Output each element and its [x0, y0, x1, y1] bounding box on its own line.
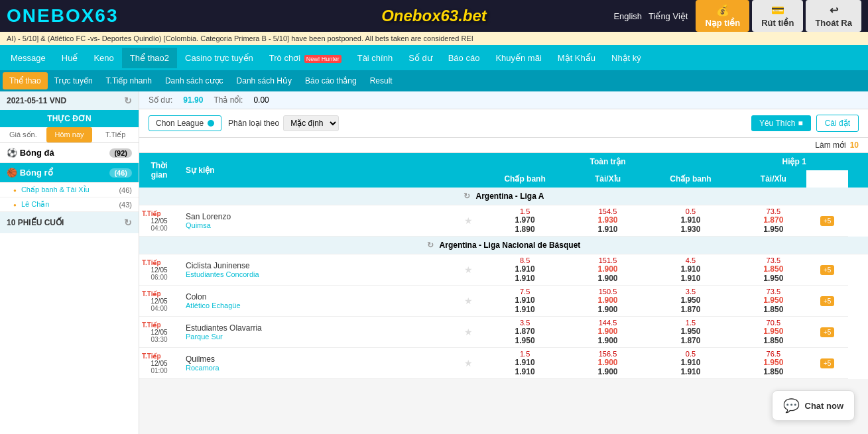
tab-giason[interactable]: Giá sốn.: [0, 127, 46, 142]
thoat-ra-btn[interactable]: ↩ Thoát Ra: [806, 0, 861, 32]
subnav-result[interactable]: Result: [363, 72, 399, 89]
nav-keno[interactable]: Keno: [86, 48, 121, 68]
sidebar-subitem-lechan[interactable]: ● Lê Chắn (43): [0, 197, 139, 212]
plus5-button[interactable]: +5: [820, 216, 834, 226]
h1-xiu-val: 1.950: [743, 225, 804, 234]
nav-casino[interactable]: Casino trực tuyến: [177, 48, 261, 68]
date-refresh-icon[interactable]: ↻: [124, 95, 132, 106]
subnav-tructuyen[interactable]: Trực tuyến: [48, 72, 99, 89]
full-chap-home-val: 1.870: [478, 327, 572, 336]
nav-baocao[interactable]: Báo cáo: [440, 48, 488, 68]
h1-chap-cell[interactable]: 1.5 1.950 1.870: [641, 317, 741, 348]
team1-name: Quilmes: [186, 354, 459, 364]
yeu-thich-btn[interactable]: Yêu Thích ■: [751, 115, 811, 131]
favorite-star-icon[interactable]: ★: [464, 358, 473, 368]
tab-homnay[interactable]: Hôm nay: [46, 127, 93, 142]
subnav-ttiep-nhanh[interactable]: T.Tiếp nhanh: [99, 72, 158, 89]
full-chap-cell[interactable]: 8.5 1.910 1.910: [475, 254, 575, 286]
full-tai-line: 156.5: [577, 350, 638, 358]
nav-sodu[interactable]: Số dư: [401, 48, 440, 68]
league-refresh-icon[interactable]: ↻: [427, 241, 434, 250]
nav-hue[interactable]: Huế: [54, 48, 86, 68]
voucher-refresh-icon[interactable]: ↻: [124, 217, 132, 228]
full-tai-val: 1.900: [577, 327, 638, 336]
lang-english-btn[interactable]: English: [613, 11, 642, 21]
lang-viet-btn[interactable]: Tiếng Việt: [649, 11, 688, 21]
league-refresh-icon[interactable]: ↻: [464, 191, 470, 201]
sidebar-item-bongro[interactable]: 🏀 Bóng rổ (46): [0, 163, 139, 183]
subnav-danhsach-cuoc[interactable]: Danh sách cược: [158, 72, 230, 89]
h1-tai-line: 70.5: [743, 319, 804, 327]
tab-ttiep[interactable]: T.Tiếp: [92, 127, 139, 142]
full-chap-cell[interactable]: 1.5 1.970 1.890: [475, 205, 575, 237]
h1-chap-cell[interactable]: 0.5 1.910 1.910: [641, 348, 741, 379]
h1-chap-cell[interactable]: 0.5 1.910 1.930: [641, 205, 741, 237]
full-chap-cell[interactable]: 3.5 1.870 1.950: [475, 317, 575, 348]
nap-icon: 💰: [716, 4, 729, 17]
plus-btn-cell[interactable]: +5: [806, 317, 848, 348]
phan-loai-section: Phân loại theo Mặc định Thời gian Giải đ…: [228, 115, 339, 131]
full-tai-cell[interactable]: 154.5 1.930 1.910: [574, 205, 641, 237]
h1-tai-line: 73.5: [743, 256, 804, 264]
full-tai-cell[interactable]: 150.5 1.900 1.900: [574, 286, 641, 317]
full-tai-cell[interactable]: 156.5 1.900 1.900: [574, 348, 641, 379]
nap-tien-btn[interactable]: 💰 Nạp tiền: [696, 0, 749, 32]
subnav-thethao[interactable]: Thể thao: [3, 72, 48, 89]
full-xiu-val: 1.900: [577, 274, 638, 283]
favorite-star-icon[interactable]: ★: [464, 327, 473, 337]
plus-btn-cell[interactable]: +5: [806, 348, 848, 379]
plus5-button[interactable]: +5: [820, 296, 834, 306]
h1-tai-cell[interactable]: 70.5 1.950 1.850: [740, 317, 806, 348]
h1-tai-cell[interactable]: 73.5 1.870 1.950: [740, 205, 806, 237]
subnav-danhsach-huy[interactable]: Danh sách Hủy: [230, 72, 298, 89]
h1-tai-cell[interactable]: 73.5 1.950 1.850: [740, 286, 806, 317]
full-tai-line: 151.5: [577, 256, 638, 264]
chat-widget[interactable]: 💬 Chat now: [772, 390, 855, 421]
favorite-star-icon[interactable]: ★: [464, 296, 473, 306]
full-chap-line: 1.5: [478, 207, 572, 215]
plus5-button[interactable]: +5: [820, 265, 834, 275]
favorite-star-icon[interactable]: ★: [464, 264, 473, 275]
full-tai-cell[interactable]: 151.5 1.900 1.900: [574, 254, 641, 286]
h1-tai-cell[interactable]: 76.5 1.950 1.850: [740, 348, 806, 379]
nav-trochoi[interactable]: Trò chơi New! Hunter: [261, 48, 349, 68]
rut-tien-btn[interactable]: 💳 Rút tiền: [752, 0, 803, 32]
h1-chap-line: 1.5: [644, 319, 738, 327]
subnav-baocao-thang[interactable]: Báo cáo thắng: [298, 72, 363, 89]
nav-taichinh[interactable]: Tài chính: [349, 48, 401, 68]
chon-league-btn[interactable]: Chon League: [149, 115, 221, 131]
team1-name: Estudiantes Olavarria: [186, 323, 459, 333]
sidebar-item-bongda[interactable]: ⚽ Bóng đá (92): [0, 143, 139, 163]
sidebar: 2021-05-11 VND ↻ THỰC ĐƠN Giá sốn. Hôm n…: [0, 91, 139, 434]
h1-tai-cell[interactable]: 73.5 1.850 1.950: [740, 254, 806, 286]
voucher-section[interactable]: 10 PHIẾU CUỐI ↻: [0, 212, 139, 233]
full-chap-cell[interactable]: 1.5 1.910 1.910: [475, 348, 575, 379]
th-h1-chap: Chấp banh: [641, 170, 741, 188]
h1-chap-home-val: 1.950: [644, 296, 738, 305]
full-tai-cell[interactable]: 144.5 1.900 1.900: [574, 317, 641, 348]
plus-btn-cell[interactable]: +5: [806, 254, 848, 286]
nav-nhatky[interactable]: Nhật ký: [603, 48, 649, 68]
thoat-icon: ↩: [830, 4, 838, 17]
nav-thethao2[interactable]: Thể thao2: [122, 48, 177, 68]
h1-chap-cell[interactable]: 4.5 1.910 1.910: [641, 254, 741, 286]
nav-message[interactable]: Message: [3, 48, 54, 68]
match-teams-cell: Quilmes Rocamora: [179, 348, 462, 379]
plus5-button[interactable]: +5: [820, 358, 834, 368]
favorite-star-icon[interactable]: ★: [464, 215, 473, 226]
sidebar-subitem-chapbanh[interactable]: ● Chấp banh & Tài Xỉu (46): [0, 183, 139, 197]
full-chap-cell[interactable]: 7.5 1.910 1.910: [475, 286, 575, 317]
h1-chap-away-val: 1.870: [644, 336, 738, 345]
chapbanh-count: (46): [119, 186, 132, 194]
plus-btn-cell[interactable]: +5: [806, 286, 848, 317]
nav-khuyenmai[interactable]: Khuyến mãi: [487, 48, 549, 68]
nav-matkhau[interactable]: Mật Khẩu: [550, 48, 603, 68]
h1-chap-cell[interactable]: 3.5 1.950 1.870: [641, 286, 741, 317]
star-cell: ★: [462, 254, 475, 286]
plus5-button[interactable]: +5: [820, 327, 834, 337]
phan-loai-select[interactable]: Mặc định Thời gian Giải đấu: [283, 115, 339, 131]
h1-tai-line: 73.5: [743, 207, 804, 215]
bongda-count: (92): [109, 148, 132, 158]
plus-btn-cell[interactable]: +5: [806, 205, 848, 237]
cai-dat-btn[interactable]: Cài đặt: [816, 115, 859, 132]
